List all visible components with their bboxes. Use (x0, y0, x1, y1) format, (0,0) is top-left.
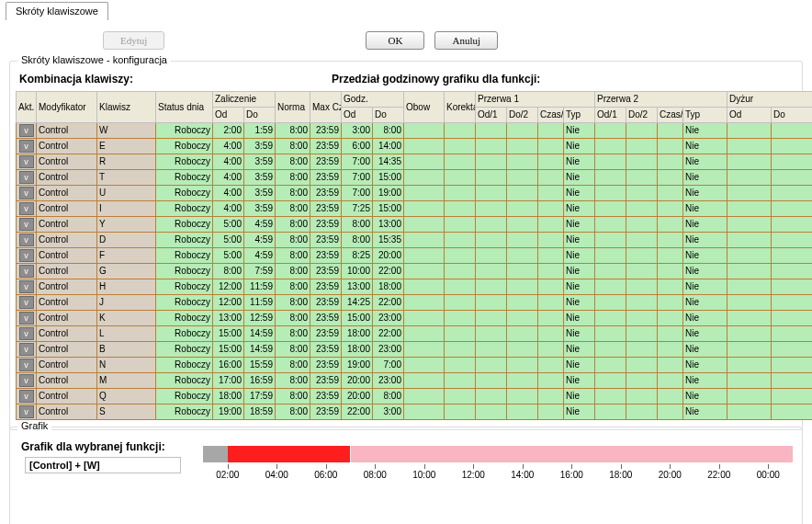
cell-p1-do[interactable] (507, 389, 538, 404)
cell-godz-do[interactable]: 22:00 (373, 295, 404, 311)
cell-key[interactable]: W (97, 123, 156, 139)
cell-p1-czas[interactable] (538, 342, 564, 358)
cell-dy-od[interactable] (727, 170, 772, 186)
table-row[interactable]: vControlURoboczy4:003:598:0023:597:0019:… (17, 186, 813, 201)
cell-p2-od[interactable] (595, 389, 626, 404)
active-toggle[interactable]: v (19, 187, 34, 199)
col-godz-od[interactable]: Od (342, 108, 373, 123)
cell-p2-do[interactable] (626, 139, 658, 154)
cell-modifier[interactable]: Control (37, 217, 97, 233)
cell-modifier[interactable]: Control (37, 342, 97, 358)
cell-dy-do[interactable] (772, 154, 812, 170)
cell-modifier[interactable]: Control (37, 389, 97, 404)
active-toggle[interactable]: v (19, 202, 34, 215)
cell-dy-do[interactable] (772, 311, 812, 326)
cell-p1-do[interactable] (507, 264, 538, 279)
active-toggle[interactable]: v (19, 171, 34, 184)
cell-p1-typ[interactable]: Nie (564, 358, 595, 373)
cell-active[interactable]: v (17, 264, 37, 279)
cell-max[interactable]: 23:59 (310, 123, 342, 139)
cell-modifier[interactable]: Control (37, 404, 97, 420)
cell-p1-od[interactable] (476, 139, 507, 154)
cell-zal-do[interactable]: 11:59 (244, 295, 276, 311)
cell-p2-do[interactable] (626, 311, 658, 326)
cell-dy-od[interactable] (727, 123, 772, 139)
cell-key[interactable]: F (97, 248, 156, 264)
cell-dy-do[interactable] (772, 404, 812, 420)
cell-zal-do[interactable]: 15:59 (244, 358, 276, 373)
table-row[interactable]: vControlTRoboczy4:003:598:0023:597:0015:… (17, 170, 813, 186)
cell-obow[interactable] (404, 248, 445, 264)
cell-dy-od[interactable] (727, 233, 772, 248)
cell-max[interactable]: 23:59 (310, 389, 342, 404)
cell-obow[interactable] (404, 311, 445, 326)
col-p2t[interactable]: Typ (683, 108, 727, 123)
cell-p2-typ[interactable]: Nie (683, 326, 727, 342)
cell-p1-do[interactable] (507, 186, 538, 201)
cell-p2-do[interactable] (626, 248, 658, 264)
cell-p1-do[interactable] (507, 248, 538, 264)
cell-p1-czas[interactable] (538, 279, 564, 295)
cell-korekta[interactable] (445, 295, 476, 311)
cell-status[interactable]: Roboczy (156, 311, 213, 326)
cell-p1-od[interactable] (476, 358, 507, 373)
cell-p1-od[interactable] (476, 248, 507, 264)
cell-godz-do[interactable]: 22:00 (373, 326, 404, 342)
cell-zal-od[interactable]: 16:00 (213, 358, 244, 373)
cell-p1-czas[interactable] (538, 217, 564, 233)
cell-p1-typ[interactable]: Nie (564, 404, 595, 420)
table-row[interactable]: vControlMRoboczy17:0016:598:0023:5920:00… (17, 373, 813, 389)
table-row[interactable]: vControlWRoboczy2:001:598:0023:593:008:0… (17, 123, 813, 139)
cell-korekta[interactable] (445, 342, 476, 358)
cell-p2-do[interactable] (626, 201, 658, 217)
cell-zal-od[interactable]: 13:00 (213, 311, 244, 326)
col-zal-od[interactable]: Od (213, 108, 244, 123)
cell-p2-typ[interactable]: Nie (683, 389, 727, 404)
cell-p1-czas[interactable] (538, 201, 564, 217)
cell-active[interactable]: v (17, 279, 37, 295)
cell-p1-typ[interactable]: Nie (564, 123, 595, 139)
cell-zal-od[interactable]: 15:00 (213, 326, 244, 342)
cell-p2-od[interactable] (595, 248, 626, 264)
cell-dy-do[interactable] (772, 358, 812, 373)
cell-p1-do[interactable] (507, 404, 538, 420)
cell-key[interactable]: T (97, 170, 156, 186)
active-toggle[interactable]: v (19, 140, 34, 153)
cell-p2-do[interactable] (626, 186, 658, 201)
cell-korekta[interactable] (445, 326, 476, 342)
cell-p2-czas[interactable] (658, 233, 683, 248)
cell-p1-typ[interactable]: Nie (564, 233, 595, 248)
cell-dy-do[interactable] (772, 186, 812, 201)
cell-godz-od[interactable]: 18:00 (342, 326, 373, 342)
table-row[interactable]: vControlIRoboczy4:003:598:0023:597:2515:… (17, 201, 813, 217)
cell-godz-od[interactable]: 7:00 (342, 170, 373, 186)
cell-obow[interactable] (404, 139, 445, 154)
cell-p2-od[interactable] (595, 373, 626, 389)
cell-korekta[interactable] (445, 404, 476, 420)
active-toggle[interactable]: v (19, 405, 34, 418)
cell-active[interactable]: v (17, 404, 37, 420)
cell-p2-czas[interactable] (658, 186, 683, 201)
cell-obow[interactable] (404, 295, 445, 311)
cell-korekta[interactable] (445, 154, 476, 170)
active-toggle[interactable]: v (19, 312, 34, 325)
cell-zal-do[interactable]: 3:59 (244, 139, 276, 154)
cell-p2-od[interactable] (595, 123, 626, 139)
active-toggle[interactable]: v (19, 124, 34, 137)
cell-godz-od[interactable]: 8:00 (342, 233, 373, 248)
col-p2b[interactable]: Do/2 (626, 108, 658, 123)
cell-modifier[interactable]: Control (37, 373, 97, 389)
cell-obow[interactable] (404, 233, 445, 248)
col-dy-do[interactable]: Do (772, 108, 812, 123)
cell-p2-czas[interactable] (658, 373, 683, 389)
cell-korekta[interactable] (445, 358, 476, 373)
cell-p1-typ[interactable]: Nie (564, 217, 595, 233)
cell-p1-czas[interactable] (538, 264, 564, 279)
cell-p2-od[interactable] (595, 264, 626, 279)
cell-obow[interactable] (404, 389, 445, 404)
table-row[interactable]: vControlHRoboczy12:0011:598:0023:5913:00… (17, 279, 813, 295)
cell-p2-czas[interactable] (658, 342, 683, 358)
cell-max[interactable]: 23:59 (310, 311, 342, 326)
cell-p1-od[interactable] (476, 186, 507, 201)
cell-obow[interactable] (404, 342, 445, 358)
